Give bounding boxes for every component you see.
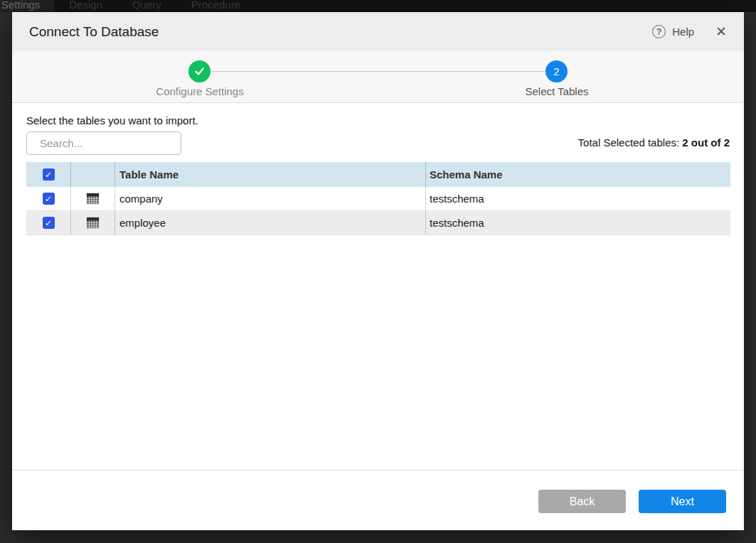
dialog-body: Select the tables you want to import. To… [12,103,744,470]
column-header-table-name: Table Name [115,162,425,187]
column-header-schema-name: Schema Name [425,162,730,187]
selected-tables-count: 2 out of 2 [682,136,730,149]
table-grid-icon [86,192,100,205]
step-1-label: Configure Settings [156,85,243,97]
row-checkbox-cell [26,187,70,210]
step-2-indicator[interactable]: 2 [545,60,568,82]
stepper-connector-line [211,71,545,72]
row-checkbox[interactable] [43,217,55,229]
row-icon-cell [70,187,115,210]
dialog-title: Connect To Database [29,24,652,40]
selected-tables-label: Total Selected tables: [578,136,680,149]
header-icon-cell [70,162,115,187]
table-grid-icon [86,216,100,230]
schema-name-cell: testschema [425,187,730,210]
back-button[interactable]: Back [538,490,626,513]
tab-settings[interactable]: Settings [0,0,54,12]
help-button[interactable]: Help [652,25,694,38]
table-header-row: Table Name Schema Name [26,162,730,187]
check-icon [193,65,206,77]
table-name-cell: company [115,187,425,210]
row-checkbox-cell [26,211,70,235]
search-input[interactable] [40,137,181,149]
tables-list: Table Name Schema Name [26,162,730,235]
step-2-label: Select Tables [526,85,589,97]
connect-to-database-dialog: Connect To Database Help 2 Configure Set… [12,12,744,530]
tab-design[interactable]: Design [54,0,117,12]
dialog-header: Connect To Database Help [12,12,744,51]
wizard-stepper: 2 Configure Settings Select Tables [12,51,744,103]
question-mark-circle-icon [652,25,666,38]
row-checkbox[interactable] [43,193,55,205]
dialog-footer: Back Next [12,470,744,530]
header-checkbox-cell [26,162,70,187]
table-name-cell: employee [115,211,425,235]
selected-tables-summary: Total Selected tables: 2 out of 2 [578,131,730,149]
next-button[interactable]: Next [639,490,726,513]
close-icon[interactable] [715,25,727,38]
help-label: Help [672,26,694,38]
background-app-tabs: Settings Design Query Procedure [0,0,756,12]
search-box [26,131,181,155]
step-1-complete-indicator[interactable] [188,60,211,82]
select-all-checkbox[interactable] [43,168,55,181]
schema-name-cell: testschema [425,211,730,235]
table-toolbar: Total Selected tables: 2 out of 2 [26,131,730,155]
tab-query[interactable]: Query [117,0,176,12]
table-row[interactable]: company testschema [26,187,730,211]
table-row[interactable]: employee testschema [26,211,730,235]
row-icon-cell [70,211,115,235]
tab-procedure[interactable]: Procedure [176,0,255,12]
instruction-text: Select the tables you want to import. [26,114,730,127]
